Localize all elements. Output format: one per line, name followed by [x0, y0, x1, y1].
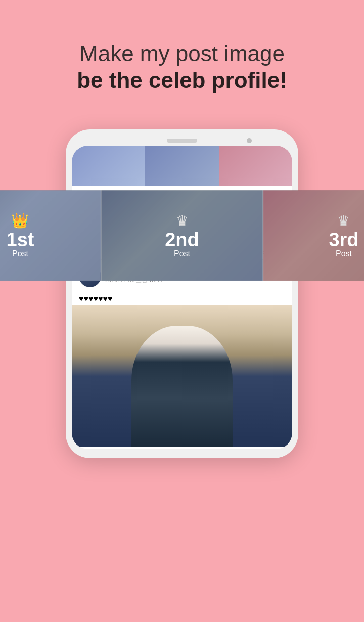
top-photo-3 — [219, 146, 292, 186]
phone-mockup: 하브순 🏆 9 :) — [66, 129, 298, 458]
person-silhouette — [131, 326, 233, 447]
rank-1-number: 1st — [7, 230, 34, 249]
hero-line1: Make my post image — [20, 40, 344, 67]
rank-1-label: Post — [7, 249, 34, 258]
phone-shell: 하브순 🏆 9 :) — [66, 129, 298, 458]
hero-section: Make my post image be the celeb profile! — [0, 0, 364, 114]
rank-3-crown: ♛ — [329, 212, 358, 229]
phone-speaker — [167, 139, 197, 143]
rank-2-number: 2nd — [165, 230, 199, 249]
rank-card-1: 👑 1st Post — [0, 190, 101, 281]
post-image — [72, 305, 292, 447]
rank-2-label: Post — [165, 249, 199, 258]
top-photo-2 — [145, 146, 218, 186]
rank-3-label: Post — [329, 249, 358, 258]
top-photo-1 — [72, 146, 145, 186]
rank-card-3: ♛ 3rd Post — [263, 190, 364, 281]
rank-1-crown: 👑 — [7, 212, 34, 229]
rank-3-number: 3rd — [329, 230, 358, 249]
phone-notch — [72, 139, 292, 143]
rank-2-crown: ♛ — [165, 212, 199, 229]
rank-card-2: ♛ 2nd Post — [101, 190, 263, 281]
phone-camera — [247, 138, 252, 143]
post-caption-hearts: ♥♥♥♥♥♥♥ — [72, 292, 292, 305]
top-photos-strip — [72, 146, 292, 186]
hero-line2: be the celeb profile! — [20, 67, 344, 94]
ranking-overlay: 👑 1st Post ♛ 2nd Post ♛ 3rd Post — [0, 190, 364, 281]
